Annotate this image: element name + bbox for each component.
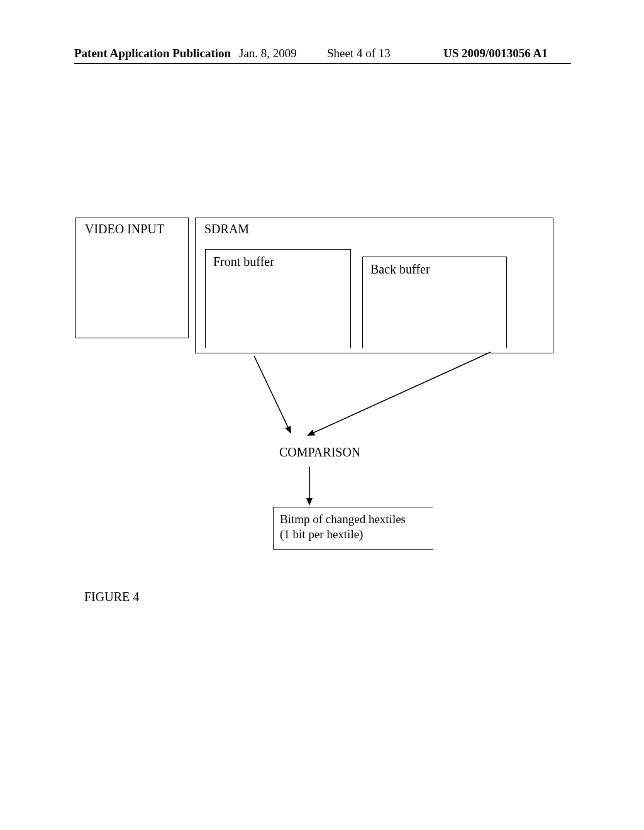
publication-label: Patent Application Publication [74, 47, 231, 60]
publication-date: Jan. 8, 2009 [239, 47, 297, 60]
comparison-label: COMPARISON [279, 445, 360, 460]
header-rule [74, 63, 571, 64]
sheet-number: Sheet 4 of 13 [327, 47, 391, 60]
front-buffer-label: Front buffer [213, 255, 274, 269]
svg-line-2 [308, 352, 491, 435]
back-buffer-label: Back buffer [370, 262, 430, 277]
video-input-box: VIDEO INPUT [75, 218, 189, 338]
bitmap-line2: (1 bit per hextile) [280, 528, 363, 541]
sdram-label: SDRAM [204, 222, 249, 236]
page: Patent Application Publication Jan. 8, 2… [0, 0, 644, 830]
bitmap-line1: Bitmp of changed hextiles [280, 512, 406, 526]
video-input-label: VIDEO INPUT [85, 222, 164, 236]
bitmap-box: Bitmp of changed hextiles (1 bit per hex… [273, 507, 433, 550]
back-buffer-box: Back buffer [362, 257, 507, 348]
publication-number: US 2009/0013056 A1 [443, 47, 548, 60]
figure-label: FIGURE 4 [84, 590, 139, 604]
svg-line-1 [254, 356, 291, 433]
front-buffer-box: Front buffer [205, 249, 351, 348]
diagram-arrows [0, 0, 644, 830]
